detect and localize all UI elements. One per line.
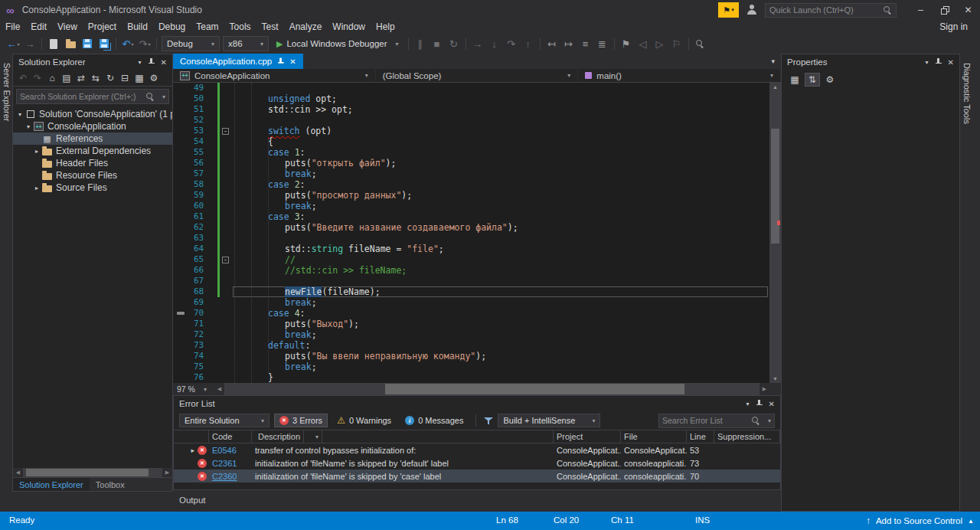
restart-icon[interactable]: ↻	[446, 35, 462, 52]
redo-icon[interactable]: ↷▾	[136, 35, 153, 52]
code-line-75[interactable]: 75break;	[173, 362, 781, 372]
collapse-region-icon[interactable]: -	[222, 128, 229, 135]
next-bookmark-icon[interactable]: ▷	[652, 35, 668, 52]
editor-vscrollbar[interactable]: ▲ ▼	[769, 83, 781, 383]
menu-view[interactable]: View	[52, 20, 83, 34]
tab-toolbox[interactable]: Toolbox	[90, 478, 131, 491]
error-row-e0546[interactable]: ▸✕E0546transfer of control bypasses init…	[174, 443, 780, 456]
search-icon[interactable]	[884, 6, 892, 15]
solution-explorer-hscrollbar[interactable]: ◀ ▶	[13, 468, 172, 477]
output-panel[interactable]: Output	[173, 490, 781, 512]
code-line-72[interactable]: 72break;	[173, 329, 781, 340]
menu-analyze[interactable]: Analyze	[284, 20, 328, 34]
show-next-statement-icon[interactable]: →	[469, 35, 486, 52]
code-line-50[interactable]: 50unsigned opt;	[173, 93, 781, 104]
scrollbar-thumb[interactable]	[771, 129, 779, 244]
errors-filter-button[interactable]: ✕3 Errors	[274, 414, 328, 427]
code-line-57[interactable]: 57break;	[173, 168, 781, 179]
collapse-all-icon[interactable]: ⊟	[118, 71, 132, 85]
editor-hscrollbar[interactable]	[224, 383, 760, 395]
code-line-49[interactable]: 49	[173, 83, 781, 93]
project-dropdown[interactable]: ++ ConsoleApplication▾	[173, 69, 376, 82]
step-over-icon[interactable]: ↷	[503, 35, 520, 52]
menu-build[interactable]: Build	[122, 20, 153, 34]
categorized-icon[interactable]: ▦	[787, 73, 802, 87]
error-search-input[interactable]	[662, 416, 749, 425]
error-code[interactable]: C2360	[209, 472, 252, 481]
build-intellisense-combo[interactable]: Build + IntelliSense▾	[498, 414, 600, 427]
warnings-filter-button[interactable]: ⚠0 Warnings	[332, 414, 396, 427]
alphabetical-icon[interactable]: ⇅	[805, 73, 820, 87]
step-out-icon[interactable]: ↑	[520, 35, 537, 52]
code-line-53[interactable]: 53-switch (opt)	[173, 126, 781, 136]
column-file[interactable]: File	[621, 430, 687, 443]
expander-icon[interactable]: ▾	[24, 123, 33, 130]
pin-icon[interactable]	[935, 58, 942, 67]
minimize-button[interactable]: –	[909, 0, 933, 20]
forward-icon[interactable]: ↷	[31, 71, 44, 85]
restore-button[interactable]	[933, 0, 956, 20]
close-icon[interactable]: ✕	[161, 58, 167, 67]
document-tab[interactable]: ConsoleApplication.cpp ✕	[173, 54, 303, 69]
menu-help[interactable]: Help	[371, 20, 400, 34]
code-line-71[interactable]: 71puts("Выход");	[173, 319, 781, 329]
switch-views-icon[interactable]: ▤	[60, 71, 74, 85]
increase-indent-icon[interactable]: ↦	[560, 35, 577, 52]
property-pages-icon[interactable]: ⚙	[822, 73, 838, 87]
expander-icon[interactable]: ▾	[15, 111, 24, 118]
refresh-icon[interactable]: ↻	[103, 71, 117, 85]
column-suppression[interactable]: Suppression...	[714, 430, 780, 443]
pin-icon[interactable]	[756, 400, 763, 408]
status-line[interactable]: Ln 68	[496, 515, 518, 525]
clear-bookmarks-icon[interactable]: ⚐	[668, 35, 685, 52]
pin-icon[interactable]	[148, 58, 155, 67]
menu-team[interactable]: Team	[191, 20, 224, 34]
uncomment-icon[interactable]: ≣	[594, 35, 611, 52]
tab-solution-explorer[interactable]: Solution Explorer	[13, 478, 90, 491]
document-list-dropdown-icon[interactable]: ▾	[771, 57, 775, 65]
code-line-66[interactable]: 66//std::cin >> fileName;	[173, 265, 781, 276]
menu-debug[interactable]: Debug	[153, 20, 191, 34]
scroll-left-icon[interactable]: ◀	[13, 469, 23, 476]
tree-item-header-files[interactable]: Header Files	[13, 157, 172, 169]
code-line-63[interactable]: 63	[173, 233, 781, 244]
sync-with-active-document-icon[interactable]: ⇆	[89, 71, 103, 85]
send-feedback-icon[interactable]	[746, 5, 758, 15]
filter-icon[interactable]	[484, 417, 493, 425]
code-line-74[interactable]: 74puts("Вы ввели неправильную команду");	[173, 351, 781, 362]
toggle-bookmark-icon[interactable]: ⚑	[618, 35, 635, 52]
code-line-61[interactable]: 61case 3:	[173, 211, 781, 222]
menu-window[interactable]: Window	[327, 20, 371, 34]
column-description[interactable]: Description▾	[252, 430, 554, 443]
messages-filter-button[interactable]: i0 Messages	[400, 414, 468, 427]
error-code[interactable]: C2361	[209, 459, 252, 468]
solution-platforms-combo[interactable]: x86▾	[223, 36, 269, 51]
scroll-right-icon[interactable]: ▶	[760, 386, 769, 392]
search-icon[interactable]	[146, 93, 155, 101]
save-all-icon[interactable]	[96, 35, 113, 52]
error-scope-combo[interactable]: Entire Solution▾	[179, 414, 270, 427]
comment-icon[interactable]: ≡	[577, 35, 594, 52]
expander-icon[interactable]: ▸	[32, 185, 41, 191]
window-menu-icon[interactable]: ▾	[926, 59, 929, 66]
show-all-files-icon[interactable]: ▦	[132, 71, 146, 85]
sign-in-link[interactable]: Sign in	[939, 21, 968, 32]
code-line-73[interactable]: 73default:	[173, 340, 781, 351]
close-icon[interactable]: ✕	[769, 400, 775, 408]
decrease-indent-icon[interactable]: ↤	[544, 35, 560, 52]
search-icon[interactable]	[752, 417, 760, 425]
status-column[interactable]: Col 20	[554, 515, 579, 525]
chevron-down-icon[interactable]: ▾	[768, 417, 771, 424]
scroll-down-icon[interactable]: ▼	[769, 376, 781, 381]
save-icon[interactable]	[79, 35, 96, 52]
code-line-58[interactable]: 58case 2:	[173, 179, 781, 190]
home-icon[interactable]: ⌂	[45, 71, 59, 85]
step-into-icon[interactable]: ↓	[486, 35, 503, 52]
menu-edit[interactable]: Edit	[25, 20, 52, 34]
find-icon[interactable]	[692, 35, 709, 52]
filter-chevron-icon[interactable]: ▾	[312, 430, 322, 443]
chevron-down-icon[interactable]: ▾	[162, 93, 165, 100]
quick-launch-input[interactable]	[769, 5, 884, 15]
code-line-56[interactable]: 56puts("открыть файл");	[173, 158, 781, 168]
code-line-69[interactable]: 69break;	[173, 297, 781, 308]
